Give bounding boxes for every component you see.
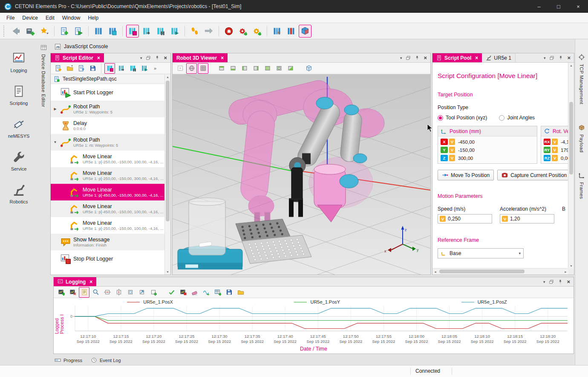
variable-badge[interactable]: V xyxy=(449,139,455,145)
export-signal-icon[interactable] xyxy=(201,287,211,298)
sidebar-item-scripting[interactable]: Scripting xyxy=(0,85,37,106)
process-start-icon[interactable] xyxy=(139,63,150,74)
view-grid-icon[interactable] xyxy=(198,63,208,74)
scale-v-icon[interactable] xyxy=(113,287,124,298)
nav-back-icon[interactable] xyxy=(10,25,23,38)
close-icon[interactable]: × xyxy=(567,55,571,61)
float-icon[interactable] xyxy=(549,55,554,61)
script-step-row[interactable]: Delay0:0:6:0 xyxy=(51,117,165,134)
chevron-down-icon[interactable]: ▾ xyxy=(543,280,545,284)
axis-value-x[interactable]: -450,00 xyxy=(456,139,475,145)
tab-logging[interactable]: Logging × xyxy=(54,277,96,286)
process-start-icon[interactable] xyxy=(168,25,181,38)
script-start-icon[interactable] xyxy=(72,25,85,38)
plot-add-icon[interactable] xyxy=(56,287,66,298)
process-record-icon[interactable] xyxy=(104,63,115,74)
save-icon[interactable] xyxy=(224,287,234,298)
script-step-row[interactable]: ▼Robot PathUR5e 1: rtc Waypoints: 5 xyxy=(51,134,165,151)
legend-item[interactable]: UR5e_1.PosX xyxy=(127,299,173,304)
grid-dots-icon[interactable] xyxy=(175,63,185,74)
face-back-icon[interactable] xyxy=(274,63,284,74)
scrollbar-thumb[interactable] xyxy=(569,102,573,174)
script-step-row[interactable]: Move LinearUR5e 1: p[-450,00, -150,00, 3… xyxy=(51,184,165,200)
scrollbar-thumb[interactable] xyxy=(439,270,525,273)
menu-edit[interactable]: Edit xyxy=(42,14,58,22)
log-notes-icon[interactable] xyxy=(79,287,89,298)
maximize-button[interactable]: □ xyxy=(549,0,568,13)
move-to-position-button[interactable]: Move To Position xyxy=(438,170,494,180)
tab-robot-3d-viewer[interactable]: Robot 3D Viewer × xyxy=(173,53,228,62)
chevron-down-icon[interactable]: ▾ xyxy=(140,56,142,60)
minimize-button[interactable]: – xyxy=(529,0,549,13)
se-open-icon[interactable] xyxy=(64,63,75,74)
axis-value-ry[interactable]: 179,95 xyxy=(559,148,568,153)
scroll-down-icon[interactable]: ▼ xyxy=(568,263,574,269)
axis-value-z[interactable]: 300,00 xyxy=(456,156,473,161)
variable-badge[interactable]: V xyxy=(502,216,508,222)
scale-h-icon[interactable] xyxy=(102,287,112,298)
axis-value-y[interactable]: -150,00 xyxy=(456,148,475,153)
close-icon[interactable]: × xyxy=(89,279,92,285)
add-device-icon[interactable] xyxy=(24,25,37,38)
variable-badge[interactable]: V xyxy=(449,147,455,153)
variable-badge[interactable]: V xyxy=(552,139,558,145)
close-icon[interactable]: × xyxy=(164,55,167,61)
eraser-icon[interactable] xyxy=(189,287,200,298)
close-icon[interactable]: × xyxy=(567,278,570,285)
step-trace-icon[interactable] xyxy=(188,25,201,38)
menu-file[interactable]: File xyxy=(3,14,18,22)
script-step-row[interactable]: Show MessageInformation: Finish xyxy=(51,234,165,250)
scale-auto-icon[interactable] xyxy=(136,287,147,298)
clear-chart-icon[interactable] xyxy=(178,287,188,298)
scale-fit-icon[interactable] xyxy=(125,287,135,298)
acceleration-input[interactable]: V 1,20 xyxy=(500,214,554,223)
face-right-icon[interactable] xyxy=(251,63,261,74)
overflow-icon[interactable]: » xyxy=(150,63,161,74)
variable-badge[interactable]: V xyxy=(552,147,558,153)
expander-expanded-icon[interactable]: ▼ xyxy=(52,140,58,144)
capture-current-position-button[interactable]: Capture Current Position xyxy=(497,170,568,180)
process-view-icon[interactable] xyxy=(116,63,127,74)
close-icon[interactable]: × xyxy=(424,55,427,61)
face-top-icon[interactable] xyxy=(216,63,227,74)
tile-columns-red-icon[interactable] xyxy=(285,25,297,38)
scale-add-icon[interactable] xyxy=(148,287,159,298)
float-icon[interactable] xyxy=(146,55,151,61)
apply-check-icon[interactable] xyxy=(166,287,177,298)
scroll-up-icon[interactable]: ▲ xyxy=(165,74,170,80)
close-icon[interactable]: × xyxy=(221,55,224,61)
float-icon[interactable] xyxy=(549,279,554,284)
se-up-icon[interactable] xyxy=(76,63,86,74)
emergency-stop-icon[interactable] xyxy=(222,25,235,38)
tab-event-log[interactable]: Event Log xyxy=(91,357,121,363)
pin-icon[interactable] xyxy=(558,279,563,284)
menu-window[interactable]: Window xyxy=(58,14,84,22)
process-record-icon[interactable] xyxy=(126,25,139,38)
chevron-down-icon[interactable]: ▾ xyxy=(400,56,402,60)
device-panel-icon[interactable] xyxy=(92,25,105,38)
cube-icon[interactable] xyxy=(303,63,314,74)
favorites-icon[interactable] xyxy=(38,25,51,38)
legend-item[interactable]: UR5e_1.PosY xyxy=(294,299,340,304)
expander-collapsed-icon[interactable]: ▶ xyxy=(52,107,58,111)
pin-icon[interactable] xyxy=(155,55,160,61)
script-pool-hscrollbar[interactable]: ◄ ► xyxy=(432,268,568,275)
open-folder-icon[interactable] xyxy=(235,287,246,298)
dock-tab-tcp-management[interactable]: TCP Management xyxy=(578,54,585,104)
script-step-row[interactable]: Start Plot Logger xyxy=(51,84,165,101)
sidebar-item-nemesys[interactable]: neMESYS xyxy=(0,118,37,139)
script-step-row[interactable]: Move LinearUR5e 1: p[-250,00, -150,00, 1… xyxy=(51,151,165,167)
tab-progress[interactable]: Progress xyxy=(55,357,82,363)
scroll-left-icon[interactable]: ◄ xyxy=(432,269,438,275)
script-step-row[interactable]: Move LinearUR5e 1: p[-250,00, -150,00, 3… xyxy=(51,167,165,184)
axis-value-rz[interactable]: 0,00 xyxy=(559,156,568,161)
scrollbar-thumb[interactable] xyxy=(166,81,170,221)
device-panel-add-icon[interactable] xyxy=(106,25,119,38)
face-front-icon[interactable] xyxy=(262,63,273,74)
scroll-down-icon[interactable]: ▼ xyxy=(165,269,170,275)
variable-badge[interactable]: V xyxy=(449,155,455,161)
pin-icon[interactable] xyxy=(415,55,420,61)
robot-3d-scene[interactable]: z x y xyxy=(173,74,430,275)
face-bottom-icon[interactable] xyxy=(228,63,238,74)
script-step-row[interactable]: Stop Plot Logger xyxy=(51,250,165,267)
